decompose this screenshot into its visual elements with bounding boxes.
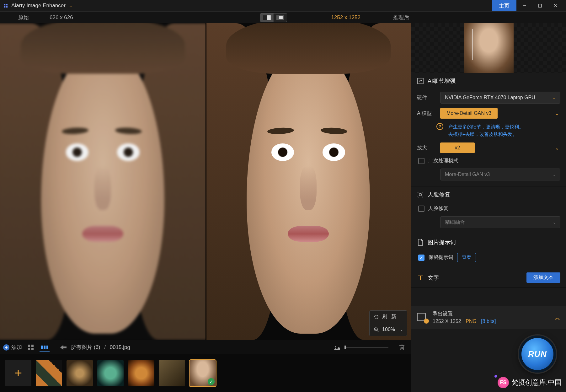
delete-icon[interactable] [399, 344, 405, 351]
add-text-button[interactable]: 添加文本 [526, 272, 560, 283]
chevron-down-icon[interactable]: ⌄ [555, 110, 559, 116]
title-bar: Aiarty Image Enhancer ⌄ 主页 [0, 0, 566, 11]
chevron-down-icon: ⌄ [553, 95, 556, 100]
image-viewer: 刷 新 100% ⌄ + 添加 [0, 23, 411, 392]
view-prompt-button[interactable]: 查看 [457, 253, 476, 262]
prompt-title: 图片提示词 [428, 239, 456, 246]
svg-rect-7 [31, 345, 34, 347]
refresh-button[interactable]: 刷 新 [370, 311, 407, 323]
svg-point-16 [419, 193, 422, 196]
document-icon [417, 239, 424, 246]
thumbnail-size-slider[interactable] [344, 347, 388, 348]
face-mode-value: 精细融合 [445, 219, 465, 226]
compare-view[interactable]: 刷 新 100% ⌄ [0, 23, 411, 340]
add-image-button[interactable]: + 添加 [3, 344, 22, 351]
expand-up-icon[interactable]: ︽ [555, 314, 560, 321]
svg-rect-11 [44, 346, 45, 349]
zoom-control[interactable]: 100% ⌄ [370, 323, 407, 336]
plus-icon: + [14, 366, 22, 381]
view-mode-toggle [260, 13, 287, 22]
result-dimensions: 1252 x 1252 [331, 14, 360, 21]
svg-rect-2 [267, 15, 271, 20]
close-button[interactable] [548, 0, 563, 11]
breadcrumb-current: 0015.jpg [110, 344, 130, 350]
navigator[interactable] [411, 23, 566, 73]
plus-circle-icon: + [3, 344, 9, 351]
watermark: FS 梵摄创意库.中国 [498, 377, 562, 388]
thumbnail-item[interactable] [128, 360, 154, 386]
help-icon[interactable]: ? [436, 123, 443, 130]
export-title: 导出设置 [433, 311, 496, 317]
keep-prompt-label: 保留提示词 [428, 254, 453, 261]
zoom-icon [373, 327, 379, 332]
filmstrip-view-icon[interactable] [40, 343, 50, 352]
add-thumbnail-button[interactable]: + [5, 360, 31, 386]
add-label: 添加 [11, 344, 22, 351]
face-restore-checkbox[interactable] [418, 206, 424, 212]
grid-view-icon[interactable] [26, 343, 35, 352]
app-title: Aiarty Image Enhancer [11, 3, 66, 9]
original-dimensions: 626 x 626 [47, 14, 73, 21]
thumbnail-item[interactable] [36, 360, 62, 386]
refresh-label: 刷 新 [382, 314, 397, 320]
navigator-marquee[interactable] [472, 29, 497, 60]
run-button[interactable]: RUN [519, 336, 556, 373]
export-settings[interactable]: 导出设置 1252 X 1252 PNG [8 bits] ︽ [411, 306, 566, 329]
watermark-logo-icon: FS [498, 377, 509, 388]
maximize-button[interactable] [532, 0, 548, 11]
chevron-down-icon: ⌄ [553, 172, 556, 177]
home-button[interactable]: 主页 [492, 0, 516, 11]
secondary-process-label: 二次处理模式 [428, 158, 458, 164]
face-mode-select: 精细融合 ⌄ [440, 216, 560, 228]
model-chip[interactable]: More-Detail GAN v3 [440, 108, 498, 119]
thumbnail-item[interactable] [159, 360, 185, 386]
export-details: 1252 X 1252 PNG [8 bits] [433, 319, 496, 324]
svg-rect-4 [279, 16, 283, 19]
scale-chip[interactable]: x2 [440, 142, 475, 153]
ai-enhance-title: AI细节增强 [428, 77, 456, 85]
thumbnail-item[interactable] [67, 360, 93, 386]
face-restore-section: 人脸修复 人脸修复 精细融合 ⌄ [411, 186, 566, 234]
app-logo-icon [3, 3, 9, 9]
face-icon [417, 191, 424, 198]
app-menu-caret-icon[interactable]: ⌄ [69, 3, 72, 8]
compare-info-bar: 原始 626 x 626 1252 x 1252 推理后 [0, 11, 566, 23]
svg-rect-9 [31, 348, 34, 350]
svg-point-14 [335, 346, 336, 347]
enhanced-pane[interactable] [206, 23, 411, 340]
keep-prompt-checkbox[interactable]: ✓ [418, 255, 424, 261]
export-icon [417, 313, 428, 322]
text-title: 文字 [428, 274, 439, 282]
compare-divider[interactable] [206, 23, 206, 340]
breadcrumb-root[interactable]: 所有图片 [71, 344, 92, 350]
watermark-text: 梵摄创意库.中国 [511, 378, 562, 387]
hardware-select[interactable]: NVIDIA GeForce RTX 4070 Laptop GPU ⌄ [440, 92, 560, 104]
check-icon: ✓ [208, 378, 215, 385]
secondary-model-value: More-Detail GAN v3 [445, 172, 490, 177]
chevron-down-icon[interactable]: ⌄ [555, 145, 559, 151]
breadcrumb: 所有图片 (6) / 0015.jpg [71, 344, 130, 351]
ai-enhance-section: AI细节增强 硬件 NVIDIA GeForce RTX 4070 Laptop… [411, 73, 566, 186]
result-label: 推理后 [393, 14, 409, 21]
model-label: AI模型 [417, 110, 435, 117]
svg-rect-0 [538, 4, 542, 7]
thumbnail-item-selected[interactable]: ✓ [190, 360, 216, 386]
refresh-icon [373, 314, 379, 320]
model-description: 产生更多的细节，更清晰，更锐利。 去模糊+去噪，改善皮肤和头发。 [448, 123, 524, 138]
scale-label: 放大 [417, 145, 435, 151]
breadcrumb-count: (6) [94, 344, 100, 350]
svg-rect-8 [28, 348, 30, 350]
svg-rect-6 [28, 345, 30, 347]
face-restore-label: 人脸修复 [428, 205, 448, 212]
view-mode-overlay-icon[interactable] [274, 13, 287, 22]
minimize-button[interactable] [516, 0, 532, 11]
secondary-process-checkbox[interactable] [418, 158, 424, 164]
zoom-level: 100% [382, 327, 395, 332]
filmstrip-bar: + 添加 所有图片 (6) / 0015.jpg [0, 340, 411, 354]
view-mode-split-icon[interactable] [260, 13, 274, 22]
back-icon[interactable] [60, 345, 67, 350]
zoom-caret-icon: ⌄ [400, 327, 403, 332]
svg-rect-12 [46, 346, 48, 349]
original-pane[interactable] [0, 23, 206, 340]
thumbnail-item[interactable] [97, 360, 124, 386]
